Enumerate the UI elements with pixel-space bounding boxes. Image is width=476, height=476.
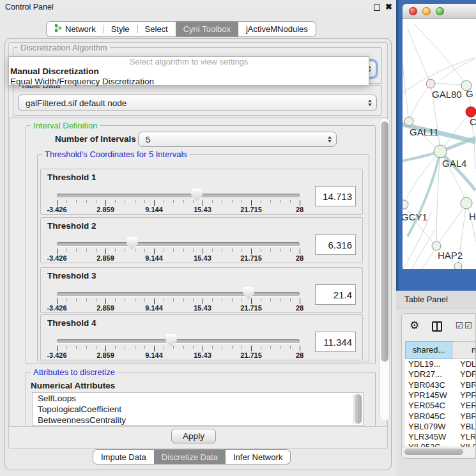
- bottom-tab-bar: Impute DataDiscretize DataInfer Network: [93, 449, 291, 464]
- table-row[interactable]: YBR043CYBR0: [405, 380, 476, 390]
- bottom-tab-infer-network[interactable]: Infer Network: [226, 450, 290, 464]
- table-data-combobox[interactable]: galFiltered.sif default node: [18, 95, 377, 111]
- table-cell[interactable]: YBL0: [460, 422, 476, 432]
- combo-stepper-icon[interactable]: [323, 132, 336, 146]
- table-cell[interactable]: YDR27...: [408, 369, 442, 380]
- column-layout-icon[interactable]: [432, 321, 442, 332]
- threshold-slider-track[interactable]: [57, 339, 300, 343]
- threshold-value-input[interactable]: 6.316: [315, 234, 356, 255]
- network-node-gal4[interactable]: [434, 145, 447, 158]
- threshold-slider-handle[interactable]: [127, 237, 138, 250]
- tab-jactivemnodules[interactable]: jActiveMNodules: [238, 22, 316, 36]
- apply-button[interactable]: Apply: [171, 429, 216, 443]
- table-cell[interactable]: YDL1: [460, 359, 476, 369]
- threshold-slider-track[interactable]: [57, 292, 300, 296]
- attributes-list-scrollbar[interactable]: [353, 394, 362, 424]
- zoom-traffic-light-icon[interactable]: [436, 7, 444, 15]
- network-node-gal80[interactable]: [426, 79, 435, 88]
- minimize-traffic-light-icon[interactable]: [422, 7, 431, 15]
- combo-stepper-icon[interactable]: [364, 95, 376, 111]
- table-cell[interactable]: YPR1: [460, 390, 476, 401]
- dropdown-placeholder-item[interactable]: Select algorithm to view settings: [9, 57, 369, 66]
- table-row[interactable]: YPR145WYPR1: [405, 390, 476, 401]
- network-node-gcy1[interactable]: [403, 200, 408, 209]
- table-cell[interactable]: YBR0: [460, 380, 476, 390]
- tick-label: -3.426: [47, 351, 66, 359]
- threshold-slider-handle[interactable]: [191, 188, 203, 201]
- network-view-canvas[interactable]: GAL80GCGAL11GAL4GCY1HHAP2: [403, 19, 476, 269]
- table-cell[interactable]: YBR045C: [408, 411, 445, 422]
- table-cell[interactable]: YIL0: [460, 442, 476, 447]
- table-row[interactable]: YBL079WYBL0: [405, 422, 476, 432]
- close-traffic-light-icon[interactable]: [409, 7, 417, 15]
- table-cell[interactable]: YLR345W: [408, 432, 446, 442]
- threshold-value-input[interactable]: 14.713: [315, 186, 356, 206]
- float-window-icon[interactable]: [374, 4, 380, 11]
- gear-icon[interactable]: ⚙: [410, 319, 419, 332]
- attributes-list-scrollbar-thumb[interactable]: [355, 394, 362, 424]
- network-node-h[interactable]: [461, 197, 472, 209]
- numerical-attributes-heading: Numerical Attributes: [31, 381, 115, 390]
- network-node[interactable]: [454, 263, 462, 269]
- table-row[interactable]: YDR27...YDR2: [405, 369, 476, 380]
- dropdown-option-equal-width[interactable]: Equal Width/Frequency Discretization: [9, 77, 369, 86]
- network-node-c[interactable]: [466, 107, 476, 117]
- number-of-intervals-label: Number of Intervals: [55, 134, 136, 144]
- dropdown-option-manual-discretization[interactable]: Manual Discretization: [9, 66, 369, 76]
- tick-label: 2.859: [96, 206, 114, 213]
- table-row[interactable]: YER054CYER0: [405, 401, 476, 411]
- panel-scrollbar-thumb[interactable]: [381, 121, 388, 362]
- slider-tick-labels: -3.4262.8599.14415.4321.71528: [57, 206, 300, 213]
- checkbox-checked-icon[interactable]: ☑: [456, 321, 463, 330]
- threshold-value-input[interactable]: 11.344: [315, 332, 356, 352]
- tab-select[interactable]: Select: [137, 22, 176, 36]
- table-row[interactable]: YIL052CYIL0: [405, 442, 476, 447]
- bottom-tab-impute-data[interactable]: Impute Data: [93, 450, 154, 464]
- table-cell[interactable]: YIL052C: [408, 442, 441, 447]
- table-cell[interactable]: YER0: [460, 401, 476, 411]
- tick-label: 28: [296, 206, 303, 213]
- table-cell[interactable]: YDR2: [460, 369, 476, 380]
- tab-label: Network: [65, 24, 96, 34]
- network-icon: [54, 24, 62, 35]
- table-row[interactable]: YBR045CYBR0: [405, 411, 476, 422]
- tick-label: 9.144: [145, 351, 163, 359]
- checkbox-checked-icon[interactable]: ☑: [464, 321, 472, 330]
- column-header-name[interactable]: n: [452, 341, 476, 359]
- network-edge: [408, 28, 431, 84]
- threshold-slider-handle[interactable]: [165, 334, 177, 347]
- table-cell[interactable]: YBR043C: [408, 380, 445, 390]
- column-header-shared[interactable]: shared...: [405, 341, 452, 359]
- discretization-algorithm-group-title: Discretization Algorithm: [18, 43, 110, 52]
- threshold-slider-track[interactable]: [57, 242, 300, 246]
- table-cell[interactable]: YBR0: [460, 411, 476, 422]
- table-cell[interactable]: YDL19...: [408, 359, 441, 369]
- attribute-list-item[interactable]: BetweennessCentrality: [33, 415, 363, 426]
- table-cell[interactable]: YPR145W: [408, 390, 447, 401]
- attribute-list-item[interactable]: SelfLoops: [33, 393, 363, 404]
- network-node-hap2[interactable]: [432, 242, 441, 250]
- threshold-value-input[interactable]: 21.4: [315, 284, 356, 305]
- table-row[interactable]: YDL19...YDL1: [405, 359, 476, 369]
- attribute-list-item[interactable]: TopologicalCoefficient: [33, 404, 363, 415]
- table-cell[interactable]: YER054C: [408, 401, 445, 411]
- threshold-slider-handle[interactable]: [243, 287, 254, 300]
- tick-label: 9.144: [145, 206, 163, 213]
- table-cell[interactable]: YBL079W: [408, 422, 446, 432]
- close-icon[interactable]: ✖: [385, 2, 392, 12]
- tick-label: 9.144: [145, 304, 163, 312]
- bottom-tab-discretize-data[interactable]: Discretize Data: [154, 450, 226, 464]
- tick-label: 15.43: [194, 254, 211, 262]
- tab-network[interactable]: Network: [47, 22, 104, 36]
- tab-style[interactable]: Style: [104, 22, 137, 36]
- numerical-attributes-list: SelfLoopsTopologicalCoefficientBetweenne…: [32, 392, 364, 426]
- threshold-slider-track[interactable]: [57, 194, 300, 197]
- number-of-intervals-combobox[interactable]: 5: [138, 132, 337, 147]
- table-row[interactable]: YLR345WYLR3: [405, 432, 476, 442]
- network-node-gal11[interactable]: [404, 117, 413, 126]
- table-horizontal-scrollbar-thumb[interactable]: [404, 449, 463, 455]
- table-horizontal-scrollbar[interactable]: [402, 447, 475, 456]
- threshold-label: Threshold 3: [47, 271, 96, 280]
- table-cell[interactable]: YLR3: [460, 432, 476, 442]
- tab-cyni-toolbox[interactable]: Cyni Toolbox: [176, 22, 238, 36]
